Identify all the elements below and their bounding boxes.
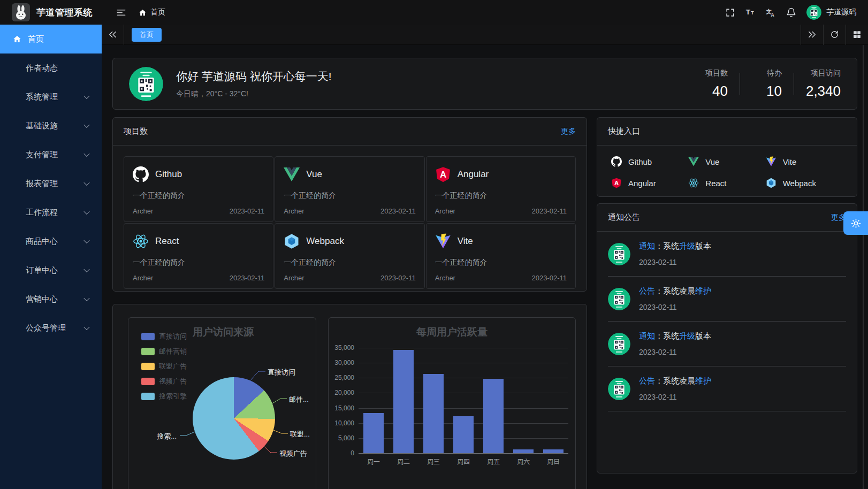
legend-item[interactable]: 搜索引擎 [141,392,187,401]
project-card-github[interactable]: Github一个正经的简介Archer2023-02-11 [124,156,273,222]
notice-title-link[interactable]: 通知 [639,241,655,250]
project-footer: Archer2023-02-11 [435,207,567,215]
user-menu[interactable]: 芋道源码 [806,5,856,20]
project-card-vue[interactable]: Vue一个正经的简介Archer2023-02-11 [275,156,424,222]
shortcut-github[interactable]: Github [611,156,688,167]
x-axis-tick-label: 周日 [538,457,568,467]
legend-item[interactable]: 直接访问 [141,332,187,341]
hamburger-menu-icon[interactable] [113,4,129,20]
legend-label: 邮件营销 [159,347,187,356]
project-card-angular[interactable]: AAngular一个正经的简介Archer2023-02-11 [426,156,576,222]
notice-title-link[interactable]: 公告 [639,376,655,385]
notice-item[interactable]: 通知：系统升级版本2023-02-11 [608,322,846,366]
x-axis-tick-label: 周四 [448,457,478,467]
header-action-translate-icon[interactable]: 文A [763,4,779,20]
legend-chip [141,363,155,370]
project-card-header: Vue [284,166,415,182]
sidebar-item[interactable]: 营销中心 [0,285,102,314]
sidebar-item-label: 订单中心 [26,265,58,276]
project-footer: Archer2023-02-11 [284,274,415,282]
notice-title-link[interactable]: 维护 [695,286,711,295]
shortcut-react[interactable]: React [688,178,765,188]
sidebar-item-label: 公众号管理 [26,323,66,333]
legend-item[interactable]: 视频广告 [141,377,187,386]
stat-label: 项目访问 [811,68,841,78]
notice-item[interactable]: 公告：系统凌晨维护2023-02-11 [608,366,846,411]
pie-chart [193,377,275,460]
pie-slice-label: 直接访问 [268,368,295,377]
notice-title-text: ：系统 [655,241,679,250]
notice-item[interactable]: 公告：系统凌晨维护2023-02-11 [608,277,846,322]
svg-text:A: A [440,170,446,180]
bar-周日 [543,449,564,453]
shortcut-angular[interactable]: AAngular [611,178,688,188]
stat-label: 项目数 [705,68,728,78]
notice-title-link[interactable]: 升级 [679,331,695,340]
breadcrumb[interactable]: 首页 [139,7,165,17]
project-card-vite[interactable]: Vite一个正经的简介Archer2023-02-11 [426,223,576,289]
project-date: 2023-02-11 [230,207,265,215]
react-icon [688,178,699,188]
header-action-bell-icon[interactable] [783,4,799,20]
scrollbar[interactable] [863,45,864,489]
home-icon [13,35,21,43]
shortcut-webpack[interactable]: Webpack [766,178,843,188]
sidebar-item-label: 报表管理 [26,179,58,189]
app-logo [12,3,30,21]
shortcut-vite[interactable]: Vite [766,156,843,167]
legend-item[interactable]: 邮件营销 [141,347,187,356]
svg-text:T: T [745,8,750,16]
notice-title-text: ：系统凌晨 [655,286,695,295]
sidebar-item[interactable]: 支付管理 [0,140,102,169]
notice-title-link[interactable]: 通知 [639,331,655,340]
sidebar-item[interactable]: 公众号管理 [0,314,102,342]
project-card-webpack[interactable]: Webpack一个正经的简介Archer2023-02-11 [275,223,424,289]
shortcut-vue[interactable]: Vue [688,156,765,167]
collapse-left-button[interactable] [102,25,124,45]
sidebar-item[interactable]: 报表管理 [0,169,102,198]
project-footer: Archer2023-02-11 [133,274,264,282]
sidebar-item-home[interactable]: 首页 [0,25,102,54]
notice-item[interactable]: 通知：系统升级版本2023-02-11 [608,232,846,277]
legend-item[interactable]: 联盟广告 [141,362,187,371]
notice-title-link[interactable]: 维护 [695,376,711,385]
sidebar-item[interactable]: 系统管理 [0,82,102,111]
y-axis-tick-label: 15,000 [330,404,354,412]
project-date: 2023-02-11 [230,274,265,282]
stat-projects: 项目数 40 [698,68,728,100]
legend-label: 直接访问 [159,332,187,341]
project-card-header: Vite [435,233,567,249]
sidebar-item[interactable]: 工作流程 [0,198,102,227]
header-action-font-size-icon[interactable]: TT [742,4,758,20]
projects-more-link[interactable]: 更多 [561,127,576,136]
notice-title-link[interactable]: 公告 [639,286,655,295]
sidebar-item[interactable]: 基础设施 [0,111,102,140]
header-action-fullscreen-icon[interactable] [722,4,738,20]
y-axis-tick-label: 5,000 [330,434,354,442]
sidebar-item[interactable]: 作者动态 [0,54,102,82]
gridline [359,378,568,378]
sidebar-menu: 作者动态系统管理基础设施支付管理报表管理工作流程商品中心订单中心营销中心公众号管… [0,54,102,342]
welcome-stats: 项目数 40 待办 10 项目访问 2,340 [698,68,841,100]
chevron-down-icon [83,122,89,128]
sidebar-item[interactable]: 商品中心 [0,227,102,256]
grid-button[interactable] [846,25,868,45]
project-description: 一个正经的简介 [133,258,264,268]
expand-right-button[interactable] [801,25,823,45]
refresh-button[interactable] [823,25,846,45]
bar-周五 [483,379,504,453]
bar-周六 [513,449,534,453]
shortcut-label: Angular [628,179,656,188]
tab-home[interactable]: 首页 [132,28,162,42]
stat-label: 待办 [767,68,782,78]
settings-button[interactable] [843,211,868,235]
user-avatar [806,5,821,20]
project-card-react[interactable]: React一个正经的简介Archer2023-02-11 [124,223,273,289]
svg-text:A: A [771,12,774,18]
sidebar-item[interactable]: 订单中心 [0,256,102,285]
angular-icon: A [611,178,622,188]
notice-title-link[interactable]: 升级 [679,241,695,250]
shortcut-label: React [705,179,726,188]
shortcut-label: Webpack [783,179,816,188]
user-name: 芋道源码 [826,7,856,17]
